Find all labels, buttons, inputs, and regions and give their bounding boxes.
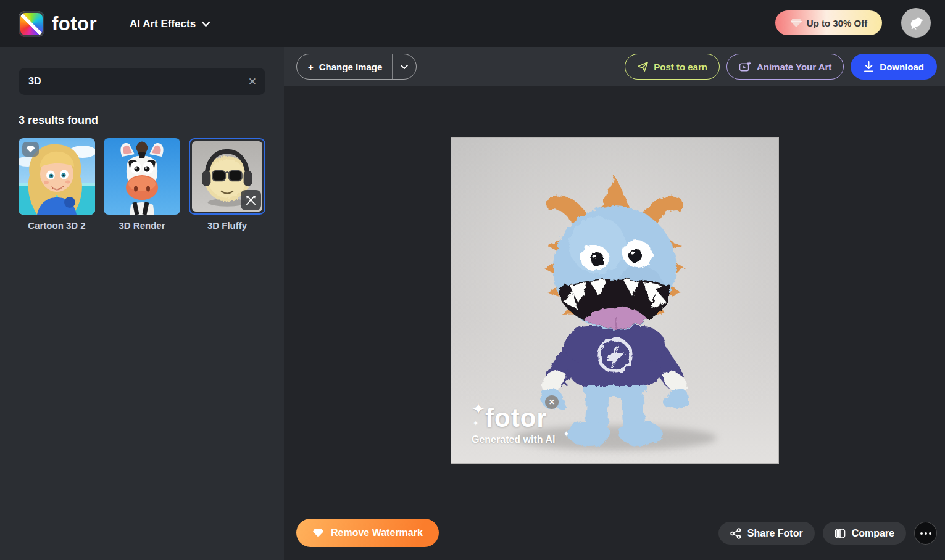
download-button[interactable]: Download — [851, 54, 937, 80]
download-arrow-icon — [864, 61, 874, 72]
diamond-icon — [312, 528, 324, 538]
compare-label: Compare — [852, 528, 894, 539]
compare-panels-icon — [835, 528, 846, 539]
paper-plane-icon — [637, 61, 649, 72]
canvas-area: ✕ ✦ ✦ fotor ✦ Generated with AI Remove W… — [284, 86, 945, 560]
share-nodes-icon — [730, 528, 741, 539]
plus-icon: + — [308, 62, 314, 72]
share-fotor-button[interactable]: Share Fotor — [718, 522, 815, 545]
download-label: Download — [880, 62, 924, 72]
animate-your-art-button[interactable]: Animate Your Art — [726, 54, 844, 80]
fotor-app: fotor AI Art Effects Up to 30% Off ✕ 3 — [0, 0, 945, 560]
effect-label: 3D Fluffy — [189, 220, 265, 231]
post-to-earn-label: Post to earn — [654, 62, 707, 72]
video-plus-icon — [739, 61, 751, 72]
effect-results-list: Cartoon 3D 2 — [19, 138, 265, 231]
change-image-dropdown[interactable] — [393, 54, 416, 79]
remove-watermark-button[interactable]: Remove Watermark — [296, 519, 439, 547]
user-avatar[interactable] — [901, 8, 931, 38]
nav-ai-art-effects[interactable]: AI Art Effects — [130, 18, 210, 30]
effect-item-3d-render[interactable]: 3D Render — [104, 138, 180, 231]
diamond-icon — [26, 146, 35, 153]
change-image-button-group: + Change Image — [296, 54, 417, 80]
sparkle-icon: ✦ — [472, 400, 485, 419]
diamond-icon — [790, 18, 802, 28]
shuffle-icon — [245, 194, 257, 206]
effect-label: Cartoon 3D 2 — [19, 220, 95, 231]
sparkle-icon: ✦ — [563, 429, 570, 439]
brand-name: fotor — [52, 13, 97, 35]
ellipsis-icon — [920, 532, 923, 535]
watermark-brand: fotor — [472, 403, 589, 433]
promo-label: Up to 30% Off — [807, 18, 867, 28]
search-input[interactable] — [28, 76, 248, 87]
effect-label: 3D Render — [104, 220, 180, 231]
editor-main: + Change Image Post to earn — [284, 47, 945, 560]
fotor-logo[interactable]: fotor — [19, 11, 97, 37]
effect-item-3d-fluffy[interactable]: 3D Fluffy — [189, 138, 265, 231]
share-fotor-label: Share Fotor — [747, 528, 803, 539]
premium-diamond-badge — [22, 142, 39, 157]
fotor-logo-icon — [19, 11, 44, 37]
nav-label: AI Art Effects — [130, 18, 196, 30]
app-header: fotor AI Art Effects Up to 30% Off — [0, 0, 945, 47]
effects-search-box[interactable]: ✕ — [19, 68, 265, 95]
animate-your-art-label: Animate Your Art — [757, 62, 831, 72]
watermark-caption: Generated with AI — [472, 434, 589, 445]
effects-sidebar: ✕ 3 results found — [0, 47, 284, 560]
chevron-down-icon — [400, 64, 409, 70]
upgrade-promo-button[interactable]: Up to 30% Off — [775, 10, 882, 35]
post-to-earn-button[interactable]: Post to earn — [625, 54, 720, 80]
compare-button[interactable]: Compare — [823, 522, 906, 545]
results-count: 3 results found — [19, 114, 98, 127]
remove-watermark-label: Remove Watermark — [331, 527, 423, 538]
chevron-down-icon — [201, 21, 210, 27]
more-options-button[interactable] — [914, 522, 937, 545]
3d-render-preview — [104, 138, 180, 215]
bird-silhouette-icon — [907, 14, 925, 32]
change-image-button[interactable]: + Change Image — [297, 54, 392, 79]
sparkle-icon: ✦ — [473, 419, 478, 427]
effect-item-cartoon-3d-2[interactable]: Cartoon 3D 2 — [19, 138, 95, 231]
fotor-watermark: ✦ ✦ fotor ✦ Generated with AI — [472, 403, 589, 445]
change-image-label: Change Image — [319, 62, 383, 72]
editor-toolbar: + Change Image Post to earn — [284, 47, 945, 86]
generated-artwork[interactable]: ✕ ✦ ✦ fotor ✦ Generated with AI — [451, 137, 779, 464]
shuffle-variation-button[interactable] — [241, 190, 261, 210]
clear-search-icon[interactable]: ✕ — [248, 76, 257, 87]
